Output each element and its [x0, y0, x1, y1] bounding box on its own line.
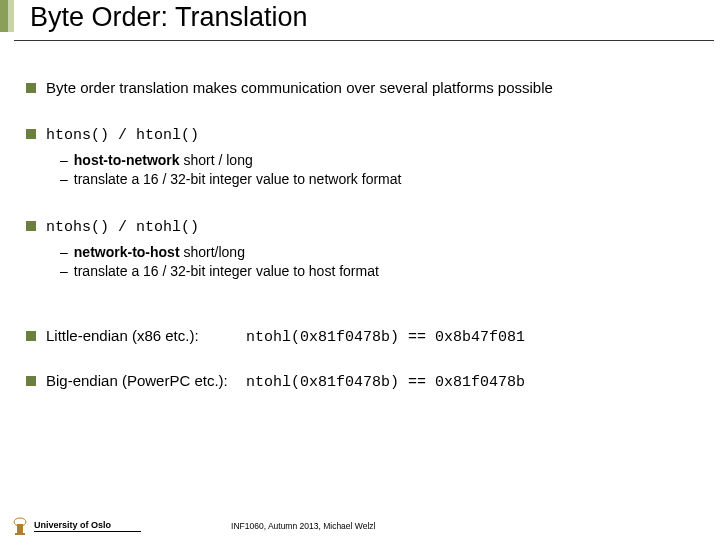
bullet-text: Byte order translation makes communicati… — [46, 78, 706, 98]
code-text: ntohl(0x81f0478b) == 0x8b47f081 — [246, 328, 525, 348]
bullet-item: htons() / htonl() – host-to-network shor… — [26, 124, 706, 190]
sub-text: short/long — [180, 244, 245, 260]
code-text: ntohl(0x81f0478b) == 0x81f0478b — [246, 373, 525, 393]
institution-name: University of Oslo — [34, 520, 141, 532]
slide-title: Byte Order: Translation — [30, 2, 308, 33]
sub-text: short / long — [180, 152, 253, 168]
code-text: ntohs() / ntohl() — [46, 219, 199, 236]
endian-label: Big-endian (PowerPC etc.): — [46, 371, 246, 391]
slide-content: Byte order translation makes communicati… — [26, 78, 706, 419]
course-info: INF1060, Autumn 2013, Michael Welzl — [231, 521, 375, 531]
bullet-item: Big-endian (PowerPC etc.): ntohl(0x81f04… — [26, 371, 706, 393]
university-logo-icon — [12, 516, 28, 536]
sub-list: – host-to-network short / long – transla… — [60, 151, 706, 190]
sub-text-bold: network-to-host — [74, 244, 180, 260]
bullet-body: ntohs() / ntohl() – network-to-host shor… — [46, 216, 706, 282]
sub-list: – network-to-host short/long – translate… — [60, 243, 706, 282]
svg-rect-1 — [17, 524, 23, 533]
bullet-item: Little-endian (x86 etc.): ntohl(0x81f047… — [26, 326, 706, 348]
code-text: htons() / htonl() — [46, 127, 199, 144]
sub-item: – network-to-host short/long — [60, 243, 706, 262]
dash-icon: – — [60, 243, 68, 262]
dash-icon: – — [60, 262, 68, 281]
square-bullet-icon — [26, 83, 36, 93]
accent-bar-light — [8, 0, 14, 32]
title-underline — [14, 40, 714, 41]
endian-label: Little-endian (x86 etc.): — [46, 326, 246, 346]
sub-item: – translate a 16 / 32-bit integer value … — [60, 262, 706, 281]
square-bullet-icon — [26, 331, 36, 341]
dash-icon: – — [60, 151, 68, 170]
sub-text: translate a 16 / 32-bit integer value to… — [74, 262, 379, 281]
bullet-item: ntohs() / ntohl() – network-to-host shor… — [26, 216, 706, 282]
sub-item: – translate a 16 / 32-bit integer value … — [60, 170, 706, 189]
square-bullet-icon — [26, 376, 36, 386]
accent-bar-dark — [0, 0, 8, 32]
slide-footer: University of Oslo INF1060, Autumn 2013,… — [0, 510, 720, 540]
bullet-body: htons() / htonl() – host-to-network shor… — [46, 124, 706, 190]
sub-text-bold: host-to-network — [74, 152, 180, 168]
svg-rect-2 — [15, 533, 25, 535]
sub-item: – host-to-network short / long — [60, 151, 706, 170]
bullet-body: Little-endian (x86 etc.): ntohl(0x81f047… — [46, 326, 706, 348]
sub-text: translate a 16 / 32-bit integer value to… — [74, 170, 402, 189]
bullet-body: Big-endian (PowerPC etc.): ntohl(0x81f04… — [46, 371, 706, 393]
square-bullet-icon — [26, 221, 36, 231]
square-bullet-icon — [26, 129, 36, 139]
bullet-item: Byte order translation makes communicati… — [26, 78, 706, 98]
dash-icon: – — [60, 170, 68, 189]
